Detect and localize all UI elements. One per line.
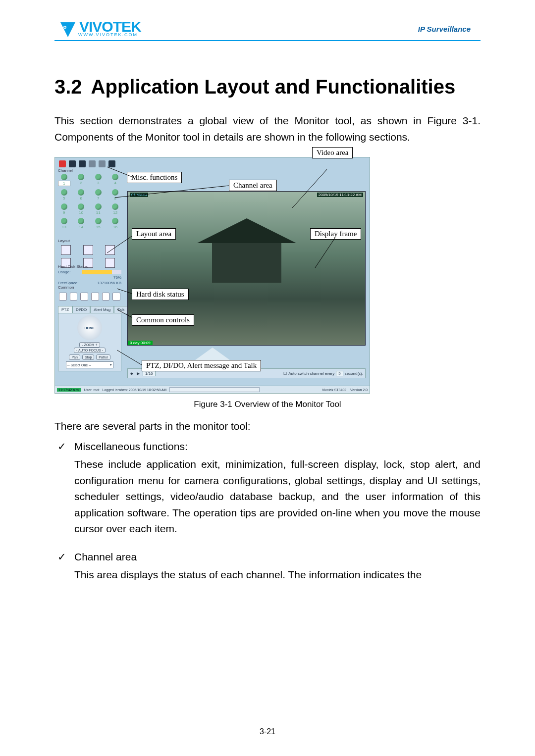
- svg-point-1: [64, 27, 66, 28]
- volume-icon[interactable]: [59, 293, 67, 301]
- autoswitch-unit: second(s).: [345, 371, 363, 376]
- monitor-app: Channel 12345678910111213141516 Layout H…: [54, 157, 370, 394]
- autofocus-chip[interactable]: ◦ AUTO FOCUS ◦: [74, 348, 106, 353]
- figure-caption: Figure 3-1 Overview of the Monitor Tool: [54, 400, 481, 409]
- common-panel: Common: [58, 285, 121, 302]
- channel-button-6[interactable]: 6: [75, 189, 88, 201]
- channel-button-11[interactable]: 11: [92, 203, 105, 215]
- channel-button-14[interactable]: 14: [75, 218, 88, 229]
- channel-status-dot-icon: [112, 174, 118, 180]
- pan-button[interactable]: Pan: [69, 354, 80, 360]
- prev-icon[interactable]: ⏮: [130, 371, 134, 376]
- control-tabs: PTZDI/DOAlert MsgTalk: [58, 306, 128, 313]
- tab-talk[interactable]: Talk: [114, 306, 128, 313]
- tab-di-do[interactable]: DI/DO: [72, 306, 90, 313]
- channel-status-dot-icon: [112, 189, 118, 196]
- channel-button-9[interactable]: 9: [58, 203, 70, 215]
- channel-button-1[interactable]: 1: [58, 174, 70, 186]
- channel-panel: Channel 12345678910111213141516: [58, 168, 121, 229]
- stop-alert-icon[interactable]: [99, 160, 106, 167]
- video-area[interactable]: 01 Video 2005/10/19 11:11:22 AM 0 day 00…: [127, 191, 366, 346]
- patrol-button[interactable]: Patrol: [96, 354, 110, 360]
- hdd-free-value: 13710056 KB: [98, 281, 122, 285]
- list-item: Miscellaneous functions:These include ap…: [74, 439, 481, 537]
- page-number: 3-21: [0, 727, 535, 736]
- status-progress: [169, 387, 260, 392]
- record-icon[interactable]: [80, 293, 88, 301]
- ptz-panel: HOME - ZOOM + ◦ AUTO FOCUS ◦ Pan Stop Pa…: [58, 313, 121, 371]
- stop-button[interactable]: Stop: [82, 354, 94, 360]
- autoswitch-label: Auto switch channel every: [288, 371, 334, 376]
- hdd-usage-value: 76%: [113, 275, 121, 280]
- page: VIVOTEK WWW.VIVOTEK.COM IP Surveillance …: [0, 0, 535, 756]
- channel-title: Channel: [58, 168, 121, 173]
- figure: Video area Channel 123456789101112131415…: [54, 154, 481, 397]
- misc-toolbar: [59, 160, 115, 167]
- layout-6up-icon[interactable]: [105, 245, 115, 255]
- status-product: Vivotek ST3402: [322, 388, 346, 392]
- status-time: 11:17:42 a.m.: [57, 388, 81, 392]
- lock-icon[interactable]: [89, 160, 96, 167]
- list-item-desc: This area displays the status of each ch…: [74, 567, 481, 583]
- snapshot-icon[interactable]: [91, 293, 99, 301]
- channel-button-4[interactable]: 4: [109, 174, 122, 186]
- preset-select[interactable]: -- Select One --▾: [66, 361, 113, 368]
- after-figure-text: There are several parts in the monitor t…: [54, 418, 481, 435]
- channel-status-dot-icon: [61, 218, 67, 224]
- brand-logo: VIVOTEK WWW.VIVOTEK.COM: [54, 20, 141, 38]
- layout-title: Layout: [58, 239, 121, 243]
- channel-button-7[interactable]: 7: [92, 189, 105, 201]
- channel-button-16[interactable]: 16: [109, 218, 122, 229]
- channel-status-dot-icon: [78, 174, 84, 180]
- zoom-chip[interactable]: - ZOOM +: [79, 342, 100, 348]
- autoswitch-value[interactable]: 5: [336, 371, 343, 376]
- header-bar: VIVOTEK WWW.VIVOTEK.COM IP Surveillance: [54, 20, 481, 41]
- section-number: 3.2: [54, 76, 82, 98]
- brand-sub: WWW.VIVOTEK.COM: [78, 32, 140, 37]
- list-item-lead: Channel area: [74, 549, 481, 565]
- channel-status-dot-icon: [95, 203, 102, 210]
- video-timestamp: 2005/10/19 11:11:22 AM: [317, 193, 363, 197]
- tab-alert-msg[interactable]: Alert Msg: [90, 306, 114, 313]
- channel-status-dot-icon: [61, 174, 67, 180]
- play-icon[interactable]: ▶: [137, 371, 140, 376]
- status-user: User: root: [84, 388, 100, 392]
- channel-status-dot-icon: [112, 218, 118, 224]
- ptz-dial[interactable]: HOME: [77, 315, 102, 340]
- channel-status-dot-icon: [112, 203, 118, 210]
- minimize-icon[interactable]: [69, 160, 76, 167]
- status-version: Version 2.0: [350, 388, 368, 392]
- layout-4up-icon[interactable]: [83, 245, 93, 255]
- channel-status-dot-icon: [78, 218, 84, 224]
- video-osd: 0 day 00:09: [128, 341, 153, 345]
- brand-name: VIVOTEK: [79, 20, 141, 33]
- fullscreen-icon[interactable]: [79, 160, 86, 167]
- layout-1up-icon[interactable]: [61, 245, 71, 255]
- trash-icon[interactable]: [112, 293, 120, 301]
- channel-status-dot-icon: [78, 189, 84, 196]
- bullet-list: Miscellaneous functions:These include ap…: [54, 439, 481, 583]
- channel-button-8[interactable]: 8: [109, 189, 122, 201]
- channel-button-10[interactable]: 10: [75, 203, 88, 215]
- status-bar: 11:17:42 a.m. User: root Logged in when:…: [55, 386, 370, 393]
- config-icon[interactable]: [108, 160, 115, 167]
- play-indicator-icon: [188, 348, 237, 365]
- stop-icon[interactable]: [70, 293, 78, 301]
- channel-button-5[interactable]: 5: [58, 189, 70, 201]
- intro-paragraph: This section demonstrates a global view …: [54, 113, 481, 145]
- channel-status-dot-icon: [78, 203, 84, 210]
- channel-button-3[interactable]: 3: [92, 174, 105, 186]
- hdd-free-label: FreeSpace:: [58, 281, 78, 285]
- channel-button-15[interactable]: 15: [92, 218, 105, 229]
- channel-button-13[interactable]: 13: [58, 218, 70, 229]
- section-heading: 3.2Application Layout and Functionalitie…: [54, 76, 481, 98]
- power-icon[interactable]: [59, 160, 66, 167]
- speed-chip[interactable]: 1/16: [143, 371, 156, 376]
- print-icon[interactable]: [102, 293, 110, 301]
- channel-button-2[interactable]: 2: [75, 174, 88, 186]
- channel-status-dot-icon: [95, 189, 102, 196]
- tab-ptz[interactable]: PTZ: [58, 306, 72, 313]
- section-title-text: Application Layout and Functionalities: [91, 76, 456, 98]
- channel-button-12[interactable]: 12: [109, 203, 122, 215]
- video-channel-label: 01 Video: [130, 193, 148, 197]
